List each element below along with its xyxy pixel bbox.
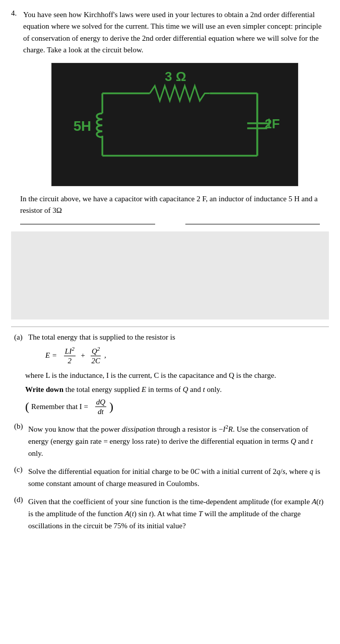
frac-dt: dt (97, 407, 105, 416)
svg-text:Ω: Ω (175, 69, 186, 84)
writedown-line: Write down the total energy supplied E i… (25, 383, 329, 395)
part-c: (c) Solve the differential equation for … (11, 465, 329, 490)
part-d: (d) Given that the coefficient of your s… (11, 496, 329, 532)
part-d-header: (d) Given that the coefficient of your s… (14, 496, 329, 532)
caption-text-content: In the circuit above, we have a capacito… (20, 195, 318, 214)
part-d-label: (d) (14, 496, 25, 532)
divider-lines (20, 222, 320, 224)
section-divider (11, 327, 329, 327)
remember-block: ( Remember that I = dQ dt ) (25, 397, 329, 416)
energy-formula: E = LI2 2 + Q2 2C , (45, 346, 329, 365)
circuit-container: 5H 3 Ω 2F ⊣ (20, 63, 329, 186)
frac-numerator-LI2: LI2 (64, 346, 76, 356)
part-c-label: (c) (14, 465, 25, 490)
fraction-Q2-over-2C: Q2 2C (90, 346, 101, 365)
remember-text: Remember that I = (31, 400, 88, 413)
part-a: (a) The total energy that is supplied to… (11, 333, 329, 416)
problem-4: 4. You have seen how Kirchhoff's laws we… (11, 9, 329, 56)
circuit-diagram: 5H 3 Ω 2F ⊣ (51, 63, 298, 186)
part-a-label: (a) (14, 333, 25, 342)
svg-text:5H: 5H (73, 118, 91, 134)
part-a-content: E = LI2 2 + Q2 2C , where L is the induc… (25, 346, 329, 416)
problem-number: 4. (11, 9, 20, 56)
part-b: (b) Now you know that the power dissipat… (11, 422, 329, 459)
writedown-rest: the total energy supplied E in terms of … (65, 385, 222, 393)
formula-E-eq: E = LI2 2 + Q2 2C , (45, 346, 106, 365)
part-c-text: Solve the differential equation for init… (28, 465, 329, 490)
svg-text:⊣: ⊣ (258, 117, 270, 131)
fraction-dQ-over-dt: dQ dt (95, 397, 106, 416)
part-b-header: (b) Now you know that the power dissipat… (14, 422, 329, 459)
part-b-dissipation: dissipation (122, 425, 155, 433)
part-b-text1: Now you know that the power (28, 425, 120, 433)
close-paren: ) (109, 400, 113, 413)
formula-dot: , (104, 349, 106, 361)
frac-dQ: dQ (95, 397, 106, 407)
writedown-bold: Write down (25, 385, 63, 393)
svg-text:3: 3 (165, 69, 172, 84)
part-d-text: Given that the coefficient of your sine … (28, 496, 329, 532)
part-c-header: (c) Solve the differential equation for … (14, 465, 329, 490)
divider-line-right (185, 224, 320, 224)
part-a-intro: The total energy that is supplied to the… (28, 333, 175, 342)
frac-denominator-2C: 2C (90, 356, 101, 365)
part-b-content: Now you know that the power dissipation … (28, 422, 329, 459)
formula-E: E = (45, 349, 57, 361)
part-b-label: (b) (14, 422, 25, 459)
problem-intro-text: You have seen how Kirchhoff's laws were … (23, 9, 329, 56)
divider-line-left (20, 224, 155, 224)
open-paren: ( (25, 400, 29, 413)
part-a-header: (a) The total energy that is supplied to… (14, 333, 329, 342)
fraction-LI2-over-2: LI2 2 (64, 346, 76, 365)
circuit-caption: In the circuit above, we have a capacito… (20, 193, 329, 217)
answer-space-gray (11, 231, 329, 319)
frac-numerator-Q2: Q2 (91, 346, 101, 356)
where-text: where L is the inductance, I is the curr… (25, 369, 329, 381)
frac-denominator-2: 2 (67, 356, 73, 365)
